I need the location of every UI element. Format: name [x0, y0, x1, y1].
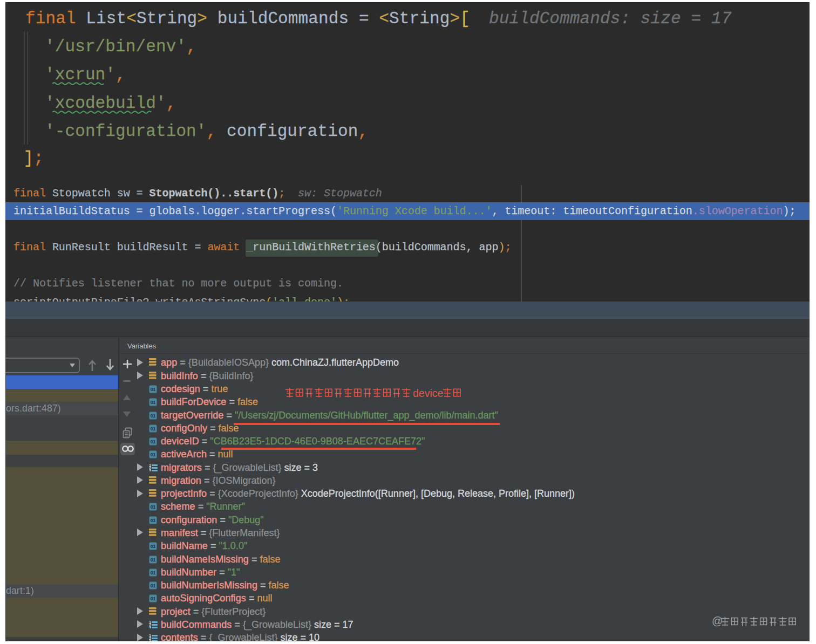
svg-text:01: 01 [151, 504, 156, 510]
svg-text:01: 01 [151, 596, 156, 601]
svg-text:3: 3 [149, 639, 151, 641]
svg-text:01: 01 [151, 426, 156, 431]
svg-text:01: 01 [151, 452, 156, 457]
svg-text:3: 3 [149, 626, 151, 629]
svg-text:01: 01 [151, 544, 156, 549]
svg-text:01: 01 [151, 439, 156, 444]
svg-text:01: 01 [151, 583, 156, 588]
svg-text:01: 01 [151, 387, 156, 392]
svg-text:3: 3 [149, 469, 151, 472]
svg-text:01: 01 [151, 518, 156, 523]
svg-text:01: 01 [151, 570, 156, 576]
svg-text:01: 01 [151, 557, 156, 563]
svg-text:01: 01 [151, 413, 156, 419]
svg-text:01: 01 [151, 400, 156, 405]
